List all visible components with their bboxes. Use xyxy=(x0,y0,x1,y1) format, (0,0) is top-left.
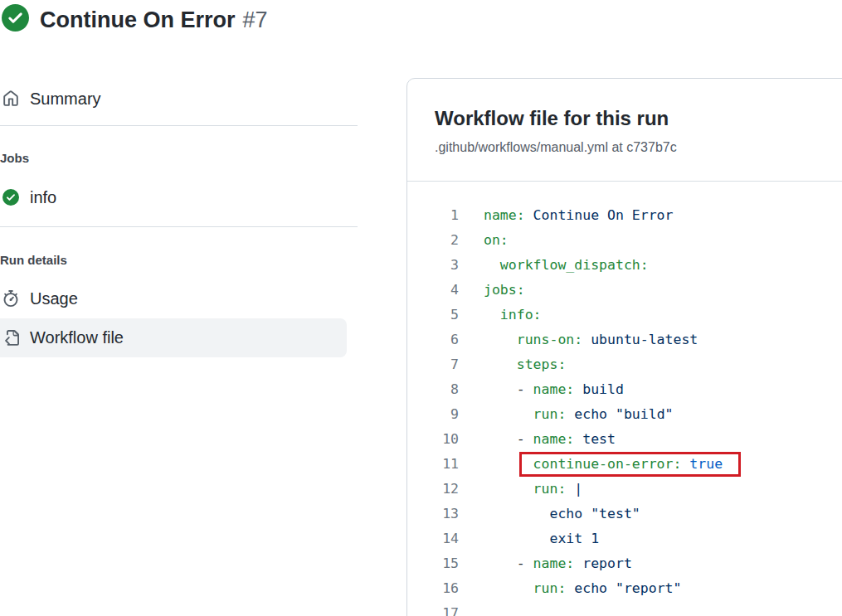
line-number: 2 xyxy=(407,228,459,253)
sidebar-item-label: Summary xyxy=(30,90,101,109)
line-number: 17 xyxy=(407,601,459,616)
code-token: on: xyxy=(484,232,509,248)
line-number: 9 xyxy=(407,402,459,427)
code-token: echo "report" xyxy=(566,580,681,596)
code-text: name: Continue On Error xyxy=(484,203,673,228)
sidebar-divider xyxy=(0,226,358,227)
code-token: exit 1 xyxy=(484,531,599,546)
page-title: Continue On Error#7 xyxy=(40,5,268,35)
code-token: run: xyxy=(533,481,567,497)
code-line: 3 workflow_dispatch: xyxy=(407,253,842,278)
code-line: 8 - name: build xyxy=(407,377,842,402)
code-token: run: xyxy=(533,406,567,422)
code-token xyxy=(484,406,533,422)
code-line: 5 info: xyxy=(407,303,842,327)
code-token: true xyxy=(681,456,723,472)
line-number: 10 xyxy=(407,427,459,452)
line-number: 15 xyxy=(407,551,459,576)
workflow-file-card: Workflow file for this run .github/workf… xyxy=(406,78,842,616)
code-token: name: xyxy=(533,381,575,397)
code-text: workflow_dispatch: xyxy=(484,253,649,278)
file-code-icon xyxy=(2,330,19,347)
code-text: echo "test" xyxy=(484,502,640,526)
sidebar-item-workflow-file[interactable]: Workflow file xyxy=(0,318,347,357)
code-token: echo "build" xyxy=(566,406,673,422)
code-text: runs-on: ubuntu-latest xyxy=(484,327,698,352)
code-token: - xyxy=(484,431,533,447)
code-text: - name: test xyxy=(484,427,616,452)
code-line: 7 steps: xyxy=(407,352,842,377)
code-token xyxy=(484,481,533,497)
code-token xyxy=(484,580,533,596)
code-token: run: xyxy=(533,580,567,596)
code-text: - name: build xyxy=(484,377,624,402)
line-number: 8 xyxy=(407,377,459,402)
code-line: 17 xyxy=(407,601,842,616)
sidebar-item-label: Usage xyxy=(30,289,78,308)
line-number: 12 xyxy=(407,477,459,502)
line-number: 13 xyxy=(407,502,459,526)
code-token: - xyxy=(484,381,533,397)
sidebar-item-job-info[interactable]: info xyxy=(0,181,348,214)
code-token: continue-on-error: xyxy=(533,456,682,472)
code-token: workflow_dispatch: xyxy=(484,257,649,273)
code-line: 11 continue-on-error: true xyxy=(407,452,842,477)
stopwatch-icon xyxy=(2,290,19,307)
code-text: - name: report xyxy=(484,551,632,576)
code-line: 9 run: echo "build" xyxy=(407,402,842,427)
code-line: 6 runs-on: ubuntu-latest xyxy=(407,327,842,352)
code-token: info: xyxy=(484,307,542,323)
code-token: name: xyxy=(533,555,575,571)
check-circle-icon xyxy=(2,189,19,206)
code-token: - xyxy=(484,555,533,571)
code-text: run: echo "report" xyxy=(484,576,681,601)
code-line: 4jobs: xyxy=(407,278,842,303)
code-text: exit 1 xyxy=(484,526,599,551)
code-token: name: xyxy=(484,207,525,223)
line-number: 3 xyxy=(407,253,459,278)
code-token: steps: xyxy=(484,357,566,372)
code-token: build xyxy=(574,381,624,397)
code-token: name: xyxy=(533,431,575,447)
code-token: test xyxy=(574,431,616,447)
line-number: 4 xyxy=(407,278,459,303)
sidebar-divider xyxy=(0,125,358,126)
card-title: Workflow file for this run xyxy=(435,106,842,131)
code-token: jobs: xyxy=(484,282,525,298)
sidebar-item-label: info xyxy=(30,188,56,207)
card-header: Workflow file for this run .github/workf… xyxy=(407,79,842,182)
card-subtitle: .github/workflows/manual.yml at c737b7c xyxy=(435,138,842,158)
code-token: echo "test" xyxy=(484,506,640,521)
sidebar-item-usage[interactable]: Usage xyxy=(0,282,348,315)
line-number: 16 xyxy=(407,576,459,601)
workflow-run-page: Continue On Error#7 Summary Jobs info Ru… xyxy=(0,0,842,616)
code-block: 1name: Continue On Error2on:3 workflow_d… xyxy=(407,182,842,616)
code-text: run: | xyxy=(484,477,582,502)
code-token: Continue On Error xyxy=(525,207,674,223)
code-token: | xyxy=(566,481,582,497)
code-text: continue-on-error: true xyxy=(484,452,741,477)
line-number: 5 xyxy=(407,303,459,327)
code-line: 12 run: | xyxy=(407,477,842,502)
code-line: 16 run: echo "report" xyxy=(407,576,842,601)
code-line: 15 - name: report xyxy=(407,551,842,576)
line-number: 14 xyxy=(407,526,459,551)
run-number: #7 xyxy=(243,7,268,32)
sidebar-item-label: Workflow file xyxy=(30,328,124,347)
annotation-red-box: continue-on-error: true xyxy=(519,452,741,477)
jobs-section-label: Jobs xyxy=(0,151,29,165)
workflow-run-name: Continue On Error xyxy=(40,7,236,32)
code-text: jobs: xyxy=(484,278,525,303)
code-token: runs-on: xyxy=(484,332,582,347)
code-text: info: xyxy=(484,303,542,327)
code-line: 2on: xyxy=(407,228,842,253)
line-number: 1 xyxy=(407,203,459,228)
code-line: 14 exit 1 xyxy=(407,526,842,551)
success-check-circle-icon xyxy=(2,4,29,32)
code-token: report xyxy=(574,555,632,571)
code-line: 10 - name: test xyxy=(407,427,842,452)
sidebar-item-summary[interactable]: Summary xyxy=(0,82,348,115)
code-line: 1name: Continue On Error xyxy=(407,203,842,228)
run-details-section-label: Run details xyxy=(0,253,67,267)
line-number: 7 xyxy=(407,352,459,377)
